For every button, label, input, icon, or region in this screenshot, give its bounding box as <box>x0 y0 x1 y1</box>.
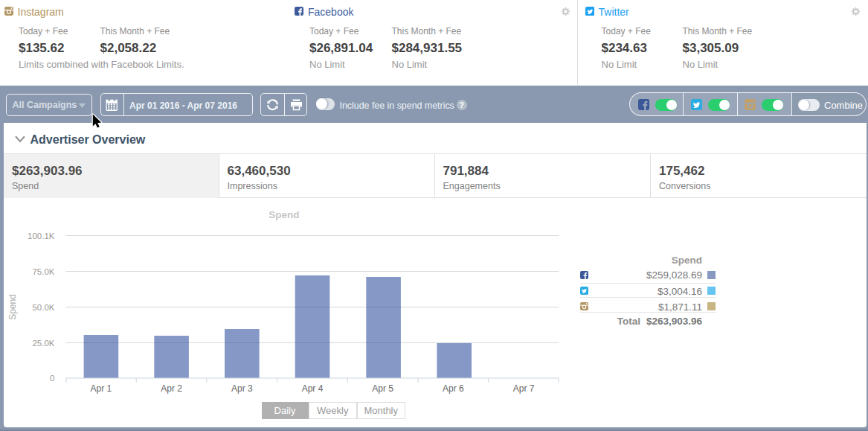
svg-text:25.0K: 25.0K <box>32 339 54 348</box>
svg-text:100.1K: 100.1K <box>28 232 55 240</box>
svg-text:Apr 3: Apr 3 <box>231 383 253 394</box>
svg-text:Apr 2: Apr 2 <box>161 383 182 394</box>
svg-text:Spend: Spend <box>7 294 18 320</box>
svg-text:Apr 6: Apr 6 <box>443 383 464 394</box>
svg-text:Apr 4: Apr 4 <box>302 383 324 394</box>
svg-text:Apr 7: Apr 7 <box>513 383 535 394</box>
svg-text:75.0K: 75.0K <box>32 267 54 276</box>
svg-text:Apr 5: Apr 5 <box>372 383 393 394</box>
svg-text:0: 0 <box>50 374 54 383</box>
svg-text:Spend: Spend <box>269 209 299 220</box>
svg-text:Apr 1: Apr 1 <box>91 383 112 394</box>
svg-text:50.0K: 50.0K <box>32 303 54 312</box>
